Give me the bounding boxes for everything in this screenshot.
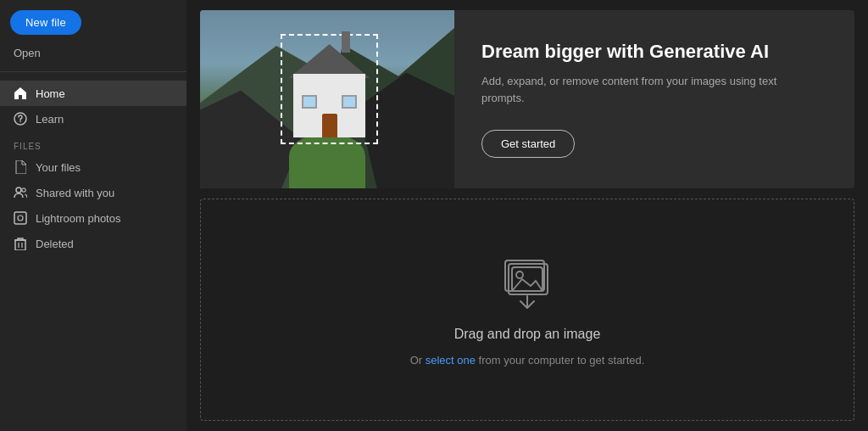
svg-rect-9 <box>512 267 542 291</box>
svg-rect-4 <box>14 212 26 224</box>
drop-title: Drag and drop an image <box>454 327 601 342</box>
svg-point-1 <box>19 121 20 122</box>
main-content: Dream bigger with Generative AI Add, exp… <box>186 0 868 431</box>
drop-subtitle: Or select one from your computer to get … <box>410 354 645 367</box>
select-one-link[interactable]: select one <box>426 354 476 367</box>
drop-text-before: Or <box>410 354 426 367</box>
landscape-visual <box>200 10 454 188</box>
svg-point-10 <box>516 271 523 278</box>
svg-rect-7 <box>505 260 544 291</box>
house-door <box>322 114 337 137</box>
new-file-button[interactable]: New file <box>10 10 81 35</box>
hero-image <box>200 10 454 188</box>
svg-point-5 <box>18 216 23 221</box>
home-label: Home <box>36 87 65 100</box>
trash-icon <box>14 237 27 250</box>
your-files-label: Your files <box>36 161 81 174</box>
get-started-button[interactable]: Get started <box>481 130 575 158</box>
house-window-left <box>302 95 317 109</box>
hero-subtitle: Add, expand, or remove content from your… <box>481 73 804 106</box>
house-window-right <box>342 95 357 109</box>
drop-text-after: from your computer to get started. <box>476 354 644 367</box>
house-body <box>293 74 365 137</box>
svg-rect-6 <box>15 240 25 250</box>
house-illustration <box>293 44 365 137</box>
lightroom-label: Lightroom photos <box>36 212 120 225</box>
learn-label: Learn <box>36 113 64 126</box>
home-icon <box>14 87 27 100</box>
new-file-section: New file <box>10 10 176 35</box>
sidebar-item-your-files[interactable]: Your files <box>0 154 186 180</box>
sidebar-item-deleted[interactable]: Deleted <box>0 231 186 256</box>
hero-text: Dream bigger with Generative AI Add, exp… <box>454 10 854 188</box>
lightroom-icon <box>14 211 27 225</box>
sidebar-divider <box>0 71 186 72</box>
sidebar-item-home[interactable]: Home <box>0 81 186 106</box>
svg-point-2 <box>16 188 21 193</box>
hero-title: Dream bigger with Generative AI <box>481 41 827 63</box>
deleted-label: Deleted <box>36 238 74 250</box>
sidebar-item-lightroom[interactable]: Lightroom photos <box>0 205 186 231</box>
sidebar-item-shared[interactable]: Shared with you <box>0 180 186 205</box>
sidebar-item-learn[interactable]: Learn <box>0 106 186 132</box>
upload-icon <box>497 254 558 315</box>
open-button[interactable]: Open <box>0 43 186 68</box>
house-chimney <box>342 31 350 53</box>
hero-banner: Dream bigger with Generative AI Add, exp… <box>200 10 854 188</box>
shared-icon <box>14 186 27 199</box>
file-icon <box>14 160 27 174</box>
learn-icon <box>14 112 27 126</box>
sidebar: New file Open Home Learn FILES Yo <box>0 0 186 431</box>
shared-label: Shared with you <box>36 187 114 199</box>
svg-point-3 <box>22 188 25 192</box>
files-section-label: FILES <box>0 132 186 154</box>
house-roof <box>289 44 370 78</box>
drop-zone[interactable]: Drag and drop an image Or select one fro… <box>200 199 854 421</box>
